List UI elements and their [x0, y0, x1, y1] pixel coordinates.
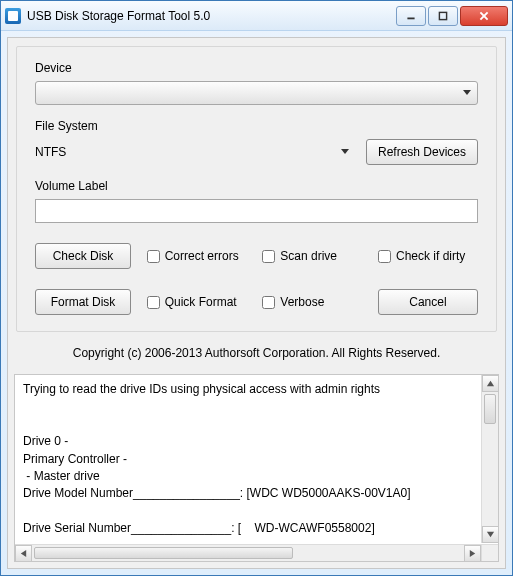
window-title: USB Disk Storage Format Tool 5.0 — [27, 9, 394, 23]
scroll-down-button[interactable] — [482, 526, 499, 543]
quick-format-label: Quick Format — [165, 295, 237, 309]
quick-format-check[interactable]: Quick Format — [147, 295, 247, 309]
verbose-checkbox[interactable] — [262, 296, 275, 309]
copyright-text: Copyright (c) 2006-2013 Authorsoft Corpo… — [8, 332, 505, 374]
scroll-corner — [481, 544, 498, 561]
check-if-dirty-checkbox[interactable] — [378, 250, 391, 263]
volume-label-label: Volume Label — [35, 179, 478, 193]
main-group: Device File System NTFS — [16, 46, 497, 332]
verbose-label: Verbose — [280, 295, 324, 309]
quick-format-checkbox[interactable] — [147, 296, 160, 309]
verbose-check[interactable]: Verbose — [262, 295, 362, 309]
cancel-button[interactable]: Cancel — [378, 289, 478, 315]
log-text: Trying to read the drive IDs using physi… — [15, 375, 480, 543]
device-select[interactable] — [35, 81, 478, 105]
app-icon — [5, 8, 21, 24]
app-window: USB Disk Storage Format Tool 5.0 Device — [0, 0, 513, 576]
hscroll-track[interactable] — [32, 545, 464, 561]
check-if-dirty-check[interactable]: Check if dirty — [378, 249, 478, 263]
vertical-scrollbar[interactable] — [481, 375, 498, 543]
scroll-left-button[interactable] — [15, 545, 32, 562]
check-if-dirty-label: Check if dirty — [396, 249, 465, 263]
correct-errors-label: Correct errors — [165, 249, 239, 263]
horizontal-scrollbar[interactable] — [15, 544, 481, 561]
check-disk-button[interactable]: Check Disk — [35, 243, 131, 269]
scroll-up-button[interactable] — [482, 375, 499, 392]
file-system-select[interactable]: NTFS — [35, 145, 356, 159]
svg-marker-8 — [21, 550, 26, 557]
minimize-button[interactable] — [396, 6, 426, 26]
device-label: Device — [35, 61, 478, 75]
titlebar: USB Disk Storage Format Tool 5.0 — [1, 1, 512, 31]
scan-drive-check[interactable]: Scan drive — [262, 249, 362, 263]
file-system-selected-value: NTFS — [35, 145, 66, 159]
svg-rect-1 — [439, 12, 446, 19]
client-area: Device File System NTFS — [7, 37, 506, 569]
maximize-button[interactable] — [428, 6, 458, 26]
vscroll-thumb[interactable] — [484, 394, 496, 424]
refresh-devices-button[interactable]: Refresh Devices — [366, 139, 478, 165]
vscroll-track[interactable] — [482, 392, 498, 526]
scan-drive-checkbox[interactable] — [262, 250, 275, 263]
correct-errors-check[interactable]: Correct errors — [147, 249, 247, 263]
volume-label-input[interactable] — [35, 199, 478, 223]
format-disk-button[interactable]: Format Disk — [35, 289, 131, 315]
log-panel: Trying to read the drive IDs using physi… — [14, 374, 499, 562]
correct-errors-checkbox[interactable] — [147, 250, 160, 263]
scroll-right-button[interactable] — [464, 545, 481, 562]
svg-marker-9 — [470, 550, 475, 557]
svg-marker-6 — [487, 381, 494, 386]
scan-drive-label: Scan drive — [280, 249, 337, 263]
close-button[interactable] — [460, 6, 508, 26]
svg-marker-7 — [487, 532, 494, 537]
hscroll-thumb[interactable] — [34, 547, 293, 559]
file-system-label: File System — [35, 119, 478, 133]
